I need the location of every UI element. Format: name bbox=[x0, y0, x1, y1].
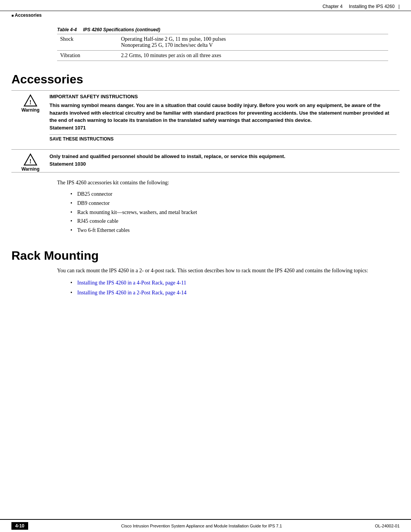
accessories-bullet-list: DB25 connector DB9 connector Rack mounti… bbox=[70, 190, 400, 235]
specs-table: Shock Operating Half-sine 2 G, 11 ms pul… bbox=[57, 34, 388, 61]
warning-body-2: Only trained and qualified personnel sho… bbox=[49, 153, 397, 168]
footer-page-number: 4-10 bbox=[11, 522, 28, 530]
warning-label-2: Warning bbox=[21, 166, 40, 172]
svg-text:!: ! bbox=[29, 158, 31, 165]
list-item: DB9 connector bbox=[70, 199, 400, 208]
warning-body-1: This warning symbol means danger. You ar… bbox=[49, 102, 397, 131]
accessories-body-text: The IPS 4260 accessories kit contains th… bbox=[57, 179, 400, 187]
row-value: 2.2 Grms, 10 minutes per axis on all thr… bbox=[118, 51, 388, 61]
list-item: DB25 connector bbox=[70, 190, 400, 199]
warning-icon-2: ! bbox=[24, 153, 37, 166]
rack-body-text: You can rack mount the IPS 4260 in a 2- … bbox=[57, 267, 400, 275]
warning-icon-1: ! bbox=[24, 94, 37, 107]
row-label: Vibration bbox=[57, 51, 118, 61]
warning-content-2: Only trained and qualified personnel sho… bbox=[49, 150, 400, 172]
footer-center-text: Cisco Intrusion Prevention System Applia… bbox=[28, 524, 375, 528]
page-header: Chapter 4 Installing the IPS 4260 | bbox=[0, 0, 411, 11]
breadcrumb: Accessories bbox=[0, 11, 411, 19]
warning-content-1: IMPORTANT SAFETY INSTRUCTIONS This warni… bbox=[49, 91, 400, 146]
accessories-heading: Accessories bbox=[11, 72, 400, 86]
table-row: Vibration 2.2 Grms, 10 minutes per axis … bbox=[57, 51, 388, 61]
list-item: Rack mounting kit—screws, washers, and m… bbox=[70, 208, 400, 217]
table-section: Table 4-4 IPS 4260 Specifications (conti… bbox=[57, 27, 388, 61]
rack-mounting-heading: Rack Mounting bbox=[11, 249, 400, 263]
svg-text:!: ! bbox=[29, 99, 31, 106]
main-content: Table 4-4 IPS 4260 Specifications (conti… bbox=[0, 27, 411, 330]
warning-title-1: IMPORTANT SAFETY INSTRUCTIONS bbox=[49, 94, 397, 99]
header-text: Chapter 4 Installing the IPS 4260 | bbox=[322, 4, 400, 9]
rack-link-list: Installing the IPS 4260 in a 4-Post Rack… bbox=[70, 278, 400, 297]
list-item: Installing the IPS 4260 in a 2-Post Rack… bbox=[70, 288, 400, 297]
rack-link-2[interactable]: Installing the IPS 4260 in a 2-Post Rack… bbox=[77, 290, 186, 296]
table-row: Shock Operating Half-sine 2 G, 11 ms pul… bbox=[57, 34, 388, 51]
row-value: Operating Half-sine 2 G, 11 ms pulse, 10… bbox=[118, 34, 388, 51]
save-instructions: SAVE THESE INSTRUCTIONS bbox=[49, 134, 397, 143]
warning-left-1: ! Warning bbox=[11, 91, 49, 113]
warning-label-1: Warning bbox=[21, 107, 40, 113]
warning-block-1: ! Warning IMPORTANT SAFETY INSTRUCTIONS … bbox=[11, 90, 400, 146]
footer-right-text: OL-24002-01 bbox=[375, 524, 400, 528]
warning-left-2: ! Warning bbox=[11, 150, 49, 172]
row-label: Shock bbox=[57, 34, 118, 51]
list-item: RJ45 console cable bbox=[70, 217, 400, 226]
table-caption: Table 4-4 IPS 4260 Specifications (conti… bbox=[57, 27, 388, 32]
page-footer: 4-10 Cisco Intrusion Prevention System A… bbox=[0, 519, 411, 532]
list-item: Two 6-ft Ethernet cables bbox=[70, 226, 400, 235]
rack-link-1[interactable]: Installing the IPS 4260 in a 4-Post Rack… bbox=[77, 280, 186, 286]
list-item: Installing the IPS 4260 in a 4-Post Rack… bbox=[70, 278, 400, 288]
warning-block-2: ! Warning Only trained and qualified per… bbox=[11, 149, 400, 173]
